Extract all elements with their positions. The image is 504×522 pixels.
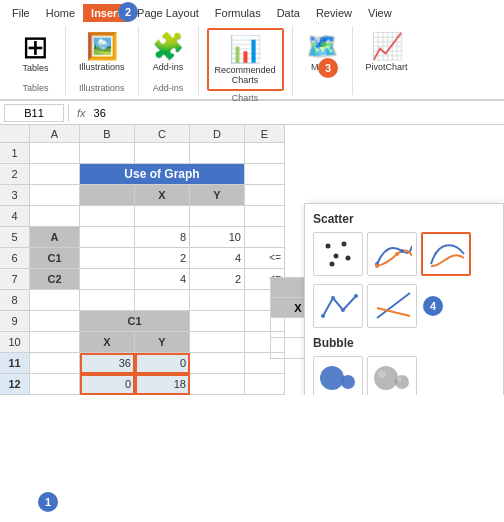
cell-c12[interactable]: 18 xyxy=(135,374,190,395)
illustrations-button[interactable]: 🖼️ Illustrations xyxy=(74,28,130,75)
cell-d4[interactable] xyxy=(190,206,245,227)
tab-review[interactable]: Review xyxy=(308,4,360,22)
cell-e12[interactable] xyxy=(245,374,285,395)
col-header-b: B xyxy=(80,125,135,143)
tables-group-label: Tables xyxy=(22,81,48,93)
svg-point-15 xyxy=(374,366,398,390)
cell-a12[interactable] xyxy=(30,374,80,395)
svg-point-14 xyxy=(341,375,355,389)
ribbon-group-tables: ⊞ Tables Tables xyxy=(6,26,66,95)
name-box[interactable] xyxy=(4,104,64,122)
cell-d1[interactable] xyxy=(190,143,245,164)
scatter-straight2-icon[interactable] xyxy=(367,284,417,328)
cell-e1[interactable] xyxy=(245,143,285,164)
scatter-smooth-icon[interactable] xyxy=(367,232,417,276)
cell-b6[interactable] xyxy=(80,248,135,269)
cell-b7[interactable] xyxy=(80,269,135,290)
cell-c4[interactable] xyxy=(135,206,190,227)
ribbon-tabs: File Home Insert Page Layout Formulas Da… xyxy=(0,0,504,22)
scatter-section-title: Scatter xyxy=(313,212,495,226)
cell-c11[interactable]: 0 xyxy=(135,353,190,374)
col-header-c: C xyxy=(135,125,190,143)
cell-a7[interactable]: C2 xyxy=(30,269,80,290)
ribbon-group-illustrations: 🖼️ Illustrations Illustrations xyxy=(66,26,139,95)
cell-c7[interactable]: 4 xyxy=(135,269,190,290)
cell-c10[interactable]: Y xyxy=(135,332,190,353)
table-row: 2 Use of Graph xyxy=(0,164,504,185)
cell-d8[interactable] xyxy=(190,290,245,311)
cell-a3[interactable] xyxy=(30,185,80,206)
cell-a8[interactable] xyxy=(30,290,80,311)
cell-a5[interactable]: A xyxy=(30,227,80,248)
row-header-11: 11 xyxy=(0,353,30,374)
tables-button[interactable]: ⊞ Tables xyxy=(17,28,54,76)
tab-formulas[interactable]: Formulas xyxy=(207,4,269,22)
cell-b8[interactable] xyxy=(80,290,135,311)
cell-a6[interactable]: C1 xyxy=(30,248,80,269)
cell-a2[interactable] xyxy=(30,164,80,185)
cell-e4[interactable] xyxy=(245,206,285,227)
cell-d9[interactable] xyxy=(190,311,245,332)
pivotchart-button[interactable]: 📈 PivotChart xyxy=(361,28,413,75)
cell-b9-merged[interactable]: C1 xyxy=(80,311,190,332)
cell-c3[interactable]: X xyxy=(135,185,190,206)
cell-b11[interactable]: 36 xyxy=(80,353,135,374)
scatter-straight-icon[interactable] xyxy=(313,284,363,328)
cell-b5[interactable] xyxy=(80,227,135,248)
bubble-solid-icon[interactable] xyxy=(313,356,363,395)
svg-point-3 xyxy=(330,262,335,267)
cell-a10[interactable] xyxy=(30,332,80,353)
cell-d12[interactable] xyxy=(190,374,245,395)
table-row: 1 xyxy=(0,143,504,164)
row-header-12: 12 xyxy=(0,374,30,395)
svg-point-0 xyxy=(326,244,331,249)
addins-button[interactable]: 🧩 Add-ins xyxy=(147,28,189,75)
scatter-markers-icon[interactable] xyxy=(313,232,363,276)
cell-a9[interactable] xyxy=(30,311,80,332)
scatter-smooth-selected-icon[interactable] xyxy=(421,232,471,276)
cell-c6[interactable]: 2 xyxy=(135,248,190,269)
tab-home[interactable]: Home xyxy=(38,4,83,22)
svg-point-11 xyxy=(341,308,345,312)
row-header-9: 9 xyxy=(0,311,30,332)
cell-d7[interactable]: 2 xyxy=(190,269,245,290)
formula-input[interactable] xyxy=(94,107,500,119)
cell-b12[interactable]: 0 xyxy=(80,374,135,395)
bubble-section-title: Bubble xyxy=(313,336,495,350)
cell-b4[interactable] xyxy=(80,206,135,227)
cell-b1[interactable] xyxy=(80,143,135,164)
cell-c5[interactable]: 8 xyxy=(135,227,190,248)
cell-d11[interactable] xyxy=(190,353,245,374)
cell-d6[interactable]: 4 xyxy=(190,248,245,269)
tab-pagelayout[interactable]: Page Layout xyxy=(129,4,207,22)
cell-e3[interactable] xyxy=(245,185,285,206)
tab-file[interactable]: File xyxy=(4,4,38,22)
cell-e6[interactable]: <= xyxy=(245,248,285,269)
cell-b2-merged[interactable]: Use of Graph xyxy=(80,164,245,185)
cell-e5[interactable] xyxy=(245,227,285,248)
cell-d5[interactable]: 10 xyxy=(190,227,245,248)
col-headers: A B C D E xyxy=(0,125,504,143)
bubble-3d-icon[interactable] xyxy=(367,356,417,395)
maps-label: Maps xyxy=(311,62,333,72)
tab-data[interactable]: Data xyxy=(269,4,308,22)
recommended-charts-button[interactable]: 📊 RecommendedCharts xyxy=(207,28,284,91)
cell-a11[interactable] xyxy=(30,353,80,374)
tab-view[interactable]: View xyxy=(360,4,400,22)
cell-a4[interactable] xyxy=(30,206,80,227)
svg-point-6 xyxy=(400,249,404,253)
cell-b3[interactable] xyxy=(80,185,135,206)
cell-d3[interactable]: Y xyxy=(190,185,245,206)
cell-e2[interactable] xyxy=(245,164,285,185)
cell-c1[interactable] xyxy=(135,143,190,164)
maps-button[interactable]: 🗺️ Maps xyxy=(301,28,343,75)
col-header-a: A xyxy=(30,125,80,143)
cell-b10[interactable]: X xyxy=(80,332,135,353)
row-header-1: 1 xyxy=(0,143,30,164)
cell-d10[interactable] xyxy=(190,332,245,353)
recommended-charts-label: RecommendedCharts xyxy=(215,65,276,85)
cell-c8[interactable] xyxy=(135,290,190,311)
tab-insert[interactable]: Insert xyxy=(83,4,129,22)
cell-a1[interactable] xyxy=(30,143,80,164)
ribbon-group-pivotchart: 📈 PivotChart xyxy=(353,26,421,95)
